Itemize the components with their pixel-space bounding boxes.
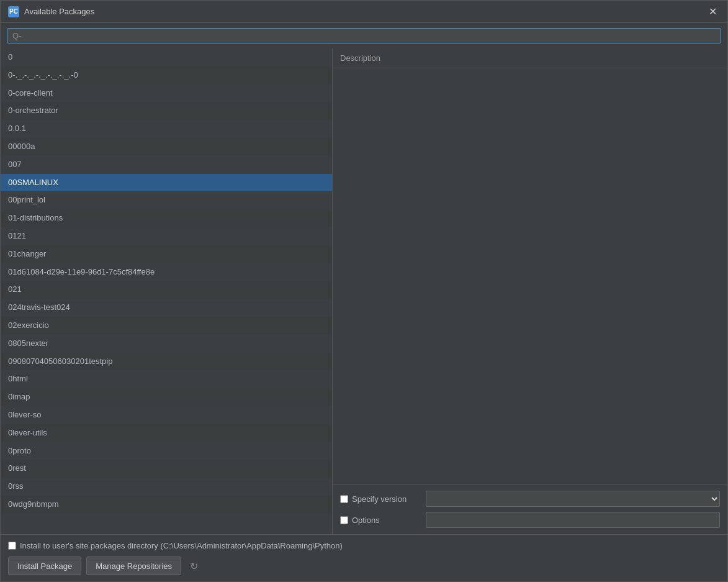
available-packages-dialog: PC Available Packages ✕ Q- 00-._.-._.-._…: [0, 0, 728, 582]
version-row: Specify version latest: [340, 491, 720, 507]
version-options-area: Specify version latest Options: [333, 484, 727, 534]
list-item[interactable]: 007: [1, 156, 332, 174]
list-item[interactable]: 0-core-client: [1, 84, 332, 102]
install-package-button[interactable]: Install Package: [8, 557, 81, 575]
list-item[interactable]: 01d61084-d29e-11e9-96d1-7c5cf84ffe8e: [1, 263, 332, 281]
list-item[interactable]: 0imap: [1, 388, 332, 406]
options-input[interactable]: [426, 512, 720, 528]
description-panel: Description Specify version latest: [333, 48, 727, 534]
app-icon: PC: [8, 6, 19, 17]
close-button[interactable]: ✕: [705, 4, 720, 19]
list-item[interactable]: 0rest: [1, 460, 332, 478]
list-item[interactable]: 0lever-utils: [1, 424, 332, 442]
refresh-icon[interactable]: ↻: [186, 558, 201, 573]
list-item[interactable]: 00SMALINUX: [1, 174, 332, 192]
list-item[interactable]: 021: [1, 281, 332, 299]
list-item[interactable]: 0wdg9nbmpm: [1, 496, 332, 514]
options-checkbox[interactable]: [340, 516, 348, 524]
list-item[interactable]: 0lever-so: [1, 406, 332, 424]
version-select[interactable]: latest: [426, 491, 720, 507]
list-item[interactable]: 01-distributions: [1, 209, 332, 227]
install-to-user-checkbox[interactable]: [8, 542, 16, 550]
bottom-area: Install to user's site packages director…: [1, 534, 727, 581]
options-text: Options: [352, 516, 380, 525]
specify-version-checkbox[interactable]: [340, 495, 348, 503]
list-item[interactable]: 090807040506030201testpip: [1, 353, 332, 371]
description-body: [333, 68, 727, 484]
list-item[interactable]: 0805nexter: [1, 335, 332, 353]
options-label[interactable]: Options: [340, 516, 421, 525]
list-item[interactable]: 0rss: [1, 478, 332, 496]
search-input-wrapper: Q-: [7, 28, 721, 43]
list-item[interactable]: 02exercicio: [1, 317, 332, 335]
list-item[interactable]: 0.0.1: [1, 120, 332, 138]
search-input[interactable]: [25, 31, 716, 40]
list-item[interactable]: 0121: [1, 227, 332, 245]
options-row: Options: [340, 512, 720, 528]
description-header: Description: [333, 48, 727, 68]
list-item[interactable]: 0: [1, 48, 332, 66]
list-item[interactable]: 0-._.-._.-._.-._.-._.-0: [1, 66, 332, 84]
manage-repositories-button[interactable]: Manage Repositories: [86, 557, 181, 575]
title-bar-left: PC Available Packages: [8, 6, 94, 17]
content-area: 00-._.-._.-._.-._.-._.-00-core-client0-o…: [1, 48, 727, 534]
buttons-row: Install Package Manage Repositories ↻: [8, 557, 720, 575]
title-bar: PC Available Packages ✕: [1, 1, 727, 23]
specify-version-label[interactable]: Specify version: [340, 494, 421, 504]
dialog-title: Available Packages: [24, 7, 94, 16]
install-to-user-row: Install to user's site packages director…: [8, 541, 720, 550]
search-icon: Q-: [12, 31, 21, 40]
list-item[interactable]: 00print_lol: [1, 191, 332, 209]
package-list: 00-._.-._.-._.-._.-._.-00-core-client0-o…: [1, 48, 332, 534]
install-to-user-label: Install to user's site packages director…: [20, 541, 343, 550]
list-item[interactable]: 0-orchestrator: [1, 102, 332, 120]
specify-version-text: Specify version: [352, 494, 407, 504]
list-item[interactable]: 01changer: [1, 245, 332, 263]
list-item[interactable]: 0html: [1, 370, 332, 388]
package-list-panel: 00-._.-._.-._.-._.-._.-00-core-client0-o…: [1, 48, 333, 534]
list-item[interactable]: 024travis-test024: [1, 299, 332, 317]
list-item[interactable]: 0proto: [1, 442, 332, 460]
search-bar: Q-: [1, 23, 727, 48]
list-item[interactable]: 00000a: [1, 138, 332, 156]
